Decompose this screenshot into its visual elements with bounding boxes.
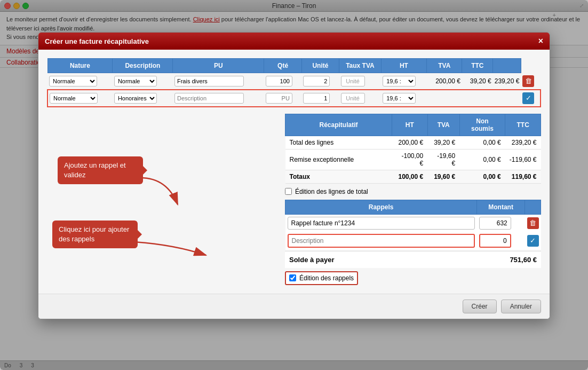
row1-ht-cell: 200,00 € (427, 73, 462, 90)
bottom-right: Récapitulatif HT TVA Non soumis TTC (285, 114, 541, 285)
rappel2-description-input[interactable] (288, 234, 475, 248)
row2-ht-cell (427, 90, 462, 107)
row1-description-input[interactable] (174, 76, 244, 86)
arrow-click-add (131, 239, 217, 271)
col-header-pu: PU (173, 59, 264, 73)
row2-taux-select[interactable]: 19,6 : (383, 93, 416, 104)
tooltip-add-rappel: Ajoutez un rappel et validez (58, 156, 143, 184)
rappels-header-montant: Montant (477, 200, 525, 214)
recap-row-totaux: Totaux 100,00 € 19,60 € 0,00 € 119,60 € (285, 170, 541, 183)
edition-lignes-checkbox[interactable] (285, 188, 292, 195)
rappel1-desc-cell (285, 214, 477, 232)
row2-action-cell: ✓ (521, 90, 541, 107)
col-header-description: Description (113, 59, 173, 73)
rappel2-confirm-button[interactable]: ✓ (527, 235, 539, 247)
rappel1-amount-input[interactable] (479, 217, 511, 230)
row2-ttc-cell (493, 90, 521, 107)
col-header-ht: HT (381, 59, 426, 73)
row2-taux-cell: 19,6 : (381, 90, 426, 107)
row1-delete-button[interactable]: 🗑 (522, 75, 534, 87)
row1-desc-text-cell (173, 73, 264, 90)
row2-nature-cell: Normale (47, 90, 113, 107)
row2-confirm-button[interactable]: ✓ (522, 92, 534, 104)
app-content: Le moniteur permet d'ouvrir et d'enregis… (0, 12, 588, 370)
row2-nature-select[interactable]: Normale (50, 93, 98, 104)
row2-tva-cell (462, 90, 493, 107)
row1-qte-cell (301, 73, 339, 90)
row1-unite-cell: Unité (339, 73, 382, 90)
row2-description-input[interactable] (174, 93, 244, 104)
edition-rappels-label: Édition des rappels (299, 274, 354, 282)
col-header-tva: TVA (427, 59, 462, 73)
rappel1-delete-button[interactable]: 🗑 (527, 217, 539, 229)
rappels-header-desc: Rappels (285, 200, 477, 214)
recap-totaux-ns: 0,00 € (459, 170, 505, 183)
cancel-button[interactable]: Annuler (501, 300, 541, 313)
recap-ns-1: 0,00 € (459, 136, 505, 149)
recap-header-tva: TVA (427, 114, 459, 136)
recap-ttc-2: -119,60 € (505, 149, 541, 170)
recap-totaux-tva: 19,60 € (427, 170, 459, 183)
recap-ht-1: 200,00 € (392, 136, 428, 149)
recap-header-label: Récapitulatif (285, 114, 392, 136)
modal-footer: Créer Annuler (38, 294, 550, 319)
modal-close-button[interactable]: × (538, 37, 543, 45)
rappel1-description-input[interactable] (288, 217, 475, 230)
row2-desc-text-cell (173, 90, 264, 107)
row1-unite-value: Unité (341, 76, 365, 86)
col-header-actions (493, 59, 521, 73)
row1-action-cell: 🗑 (521, 73, 541, 90)
row2-type-select[interactable]: Honoraires (114, 93, 157, 104)
create-button[interactable]: Créer (463, 300, 497, 313)
edition-rappels-row: Édition des rappels (285, 271, 358, 285)
row2-qte-input[interactable] (303, 93, 330, 104)
row1-taux-select[interactable]: 19,6 : (383, 76, 416, 86)
row1-pu-cell (264, 73, 301, 90)
row1-description-cell: Normale (113, 73, 173, 90)
rappels-table: Rappels Montant (285, 200, 541, 250)
row1-taux-cell: 19,6 : (381, 73, 426, 90)
recap-row-remise: Remise exceptionnelle -100,00 € -19,60 €… (285, 149, 541, 170)
col-header-taux: Taux TVA (339, 59, 382, 73)
row2-pu-input[interactable] (266, 93, 292, 104)
recap-header-ht: HT (392, 114, 428, 136)
modal-title: Créer une facture récapitulative (45, 37, 149, 45)
row2-pu-cell (264, 90, 301, 107)
solde-row: Solde à payer 751,60 € (285, 251, 541, 268)
edition-lignes-label: Édition des lignes de total (295, 188, 368, 195)
rappel2-amount-input[interactable] (479, 234, 511, 248)
main-window: Finance – Tiron ⤢ Le moniteur permet d'o… (0, 0, 588, 370)
invoice-table: Nature Description PU Qté Unité Taux TVA… (47, 58, 541, 107)
edition-lignes-row: Édition des lignes de total (285, 188, 541, 195)
recap-totaux-ht: 100,00 € (392, 170, 428, 183)
recap-ht-2: -100,00 € (392, 149, 428, 170)
rappel-row-2: ✓ (285, 232, 541, 250)
row1-ttc-cell: 239,20 € (493, 73, 521, 90)
rappels-header-actions (525, 200, 541, 214)
row2-unite-value: Unité (341, 93, 365, 104)
row1-nature-cell: Normale (47, 73, 113, 90)
modal-body: Nature Description PU Qté Unité Taux TVA… (38, 50, 550, 294)
row1-qte-input[interactable] (303, 76, 330, 86)
rappel-row-1: 🗑 (285, 214, 541, 232)
bottom-left: Ajoutez un rappel et validez (47, 114, 276, 285)
solde-label: Solde à payer (289, 256, 335, 264)
recap-label-1: Total des lignes (285, 136, 392, 149)
row1-tva-cell: 39,20 € (462, 73, 493, 90)
row1-pu-input[interactable] (266, 76, 292, 86)
row2-unite-cell: Unité (339, 90, 382, 107)
col-header-ttc: TTC (462, 59, 493, 73)
recap-totaux-label: Totaux (285, 170, 392, 183)
row1-nature-select[interactable]: Normale (49, 76, 97, 86)
tooltip-click-add: Cliquez ici pour ajouter des rappels (52, 221, 138, 248)
recap-header-ttc: TTC (505, 114, 541, 136)
solde-amount: 751,60 € (510, 256, 537, 264)
row1-nature2-select[interactable]: Normale (114, 76, 157, 86)
rappel1-action-cell: 🗑 (525, 214, 541, 232)
row2-qte-cell (301, 90, 339, 107)
edition-rappels-checkbox[interactable] (289, 274, 296, 281)
recap-header-nonsoumis: Non soumis (459, 114, 505, 136)
col-header-unite: Unité (301, 59, 339, 73)
modal: Créer une facture récapitulative × Natur… (38, 32, 550, 319)
col-header-nature: Nature (47, 59, 113, 73)
